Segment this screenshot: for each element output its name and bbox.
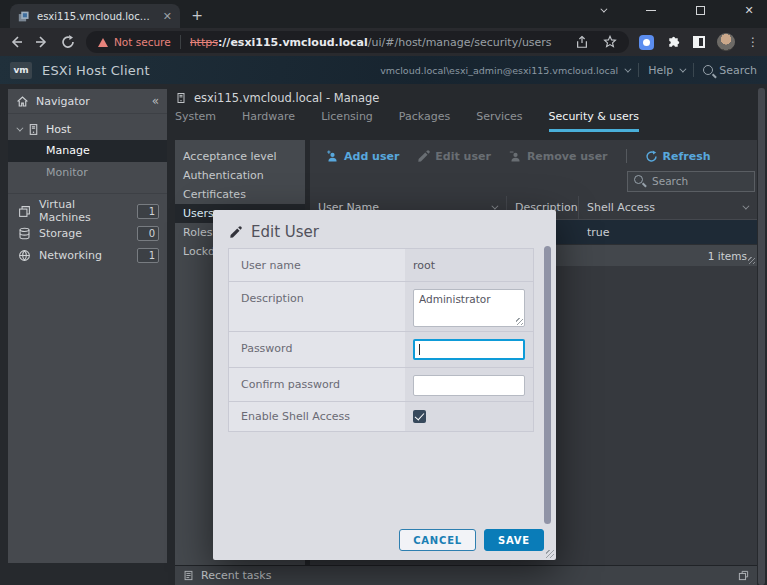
- tab-hardware[interactable]: Hardware: [242, 110, 295, 132]
- dialog-resize-grip-icon[interactable]: [546, 550, 554, 558]
- browser-tab[interactable]: esxi115.vmcloud.local - VMware ✕: [10, 4, 180, 28]
- add-user-label: Add user: [344, 150, 399, 163]
- navigator-header: Navigator «: [8, 89, 167, 114]
- password-input[interactable]: [413, 339, 525, 360]
- navigator-panel: Navigator « Host Manage Monitor Virtual …: [8, 89, 167, 563]
- host-label: Host: [46, 123, 71, 136]
- form-row-user-name: User name root: [229, 249, 533, 282]
- resize-grip-icon[interactable]: [748, 257, 755, 264]
- sidebar-item-manage[interactable]: Manage: [8, 140, 167, 162]
- tab-security-users[interactable]: Security & users: [549, 110, 639, 132]
- browser-tab-strip: esxi115.vmcloud.local - VMware ✕ + ✕: [0, 0, 767, 28]
- table-search-input[interactable]: [627, 171, 755, 192]
- add-user-button[interactable]: Add user: [326, 150, 399, 163]
- window-menu-chevron-icon[interactable]: [596, 4, 608, 16]
- chevron-down-icon: [680, 65, 687, 72]
- url-field[interactable]: Not secure https://esxi115.vmcloud.local…: [86, 31, 629, 53]
- save-button[interactable]: SAVE: [484, 529, 544, 551]
- tab-packages[interactable]: Packages: [399, 110, 450, 132]
- tab-system[interactable]: System: [175, 110, 216, 132]
- window-minimize-icon[interactable]: [645, 4, 657, 16]
- tree-expand-chevron-icon[interactable]: [16, 124, 23, 131]
- header-divider: [638, 63, 639, 77]
- subnav-authentication[interactable]: Authentication: [175, 166, 305, 185]
- description-textarea[interactable]: Administrator: [413, 289, 525, 327]
- form-row-password: Password: [229, 332, 533, 368]
- confirm-password-input[interactable]: [413, 375, 525, 396]
- profile-avatar[interactable]: [717, 33, 735, 51]
- extension-icons: ⋮: [639, 33, 759, 51]
- new-tab-button[interactable]: +: [188, 7, 206, 25]
- table-search-row: [310, 166, 757, 196]
- search-icon: [703, 65, 713, 75]
- subnav-acceptance-level[interactable]: Acceptance level: [175, 147, 305, 166]
- not-secure-label: Not secure: [114, 36, 171, 48]
- refresh-label: Refresh: [663, 150, 711, 163]
- reload-icon[interactable]: [60, 34, 76, 50]
- subnav-certificates[interactable]: Certificates: [175, 185, 305, 204]
- bookmark-star-icon[interactable]: [603, 35, 617, 49]
- toolbar-divider: [626, 149, 627, 163]
- share-icon[interactable]: [575, 35, 589, 49]
- window-close-icon[interactable]: ✕: [743, 4, 755, 16]
- browser-menu-icon[interactable]: ⋮: [747, 35, 759, 49]
- global-search[interactable]: Search: [703, 64, 757, 77]
- account-menu[interactable]: vmcloud.local\esxi_admin@esxi115.vmcloud…: [380, 65, 629, 76]
- account-label: vmcloud.local\esxi_admin@esxi115.vmcloud…: [380, 65, 618, 76]
- column-menu-chevron-icon[interactable]: [742, 203, 749, 210]
- extensions-puzzle-icon[interactable]: [666, 35, 681, 50]
- column-menu-chevron-icon[interactable]: [491, 203, 498, 210]
- navigator-title: Navigator: [36, 95, 90, 108]
- edit-user-button[interactable]: Edit user: [417, 150, 491, 163]
- storage-icon: [18, 227, 31, 240]
- tab-licensing[interactable]: Licensing: [321, 110, 373, 132]
- page-title: esxi115.vmcloud.local - Manage: [194, 91, 379, 105]
- count-badge: 0: [137, 226, 159, 241]
- remove-user-button[interactable]: Remove user: [509, 150, 608, 163]
- confirm-password-label: Confirm password: [229, 368, 405, 401]
- sidebar-item-monitor[interactable]: Monitor: [8, 162, 167, 184]
- collapse-navigator-icon[interactable]: «: [152, 94, 159, 108]
- cancel-button[interactable]: CANCEL: [399, 529, 476, 551]
- edit-user-form: User name root Description Administrator…: [228, 248, 534, 432]
- users-toolbar: Add user Edit user Remove user: [310, 146, 757, 166]
- tab-close-icon[interactable]: ✕: [163, 11, 172, 22]
- description-label: Description: [229, 282, 405, 331]
- sidebar-item-host[interactable]: Host: [8, 118, 167, 140]
- dialog-scrollbar[interactable]: [544, 246, 551, 524]
- home-icon: [16, 95, 29, 108]
- sidebar-item-networking[interactable]: Networking 1: [8, 244, 167, 266]
- window-controls: ✕: [596, 4, 755, 16]
- column-label: Shell Access: [587, 201, 655, 214]
- url-scheme: https: [190, 36, 218, 49]
- dark-mode-extension-icon[interactable]: [693, 36, 705, 48]
- back-icon[interactable]: [8, 34, 24, 50]
- cell-shell-access: true: [579, 220, 757, 244]
- refresh-icon: [645, 150, 658, 163]
- column-header-shell-access[interactable]: Shell Access: [579, 196, 757, 219]
- host-icon: [175, 92, 187, 104]
- remove-user-label: Remove user: [527, 150, 608, 163]
- not-secure-warning-icon: [98, 38, 108, 47]
- help-label: Help: [648, 64, 673, 77]
- virtual-machines-icon: [18, 205, 31, 218]
- refresh-button[interactable]: Refresh: [645, 150, 711, 163]
- count-badge: 1: [137, 248, 159, 263]
- recorder-extension-icon[interactable]: [639, 35, 654, 50]
- add-user-icon: [326, 150, 339, 163]
- window-maximize-icon[interactable]: [694, 4, 706, 16]
- url-path: /ui/#/host/manage/security/users: [368, 36, 552, 49]
- browser-window: esxi115.vmcloud.local - VMware ✕ + ✕ Not…: [0, 0, 767, 585]
- tab-services[interactable]: Services: [476, 110, 522, 132]
- form-row-shell-access: Enable Shell Access: [229, 402, 533, 432]
- textarea-resize-grip-icon[interactable]: [516, 318, 523, 325]
- help-menu[interactable]: Help: [648, 64, 684, 77]
- enable-shell-access-checkbox[interactable]: [413, 410, 426, 423]
- product-title: ESXi Host Client: [42, 63, 150, 78]
- expand-tasks-icon[interactable]: [738, 570, 749, 581]
- url-divider: [180, 35, 181, 49]
- sidebar-item-virtual-machines[interactable]: Virtual Machines 1: [8, 200, 167, 222]
- forward-icon[interactable]: [34, 34, 50, 50]
- sidebar-item-storage[interactable]: Storage 0: [8, 222, 167, 244]
- page-scrollbar[interactable]: [758, 88, 765, 585]
